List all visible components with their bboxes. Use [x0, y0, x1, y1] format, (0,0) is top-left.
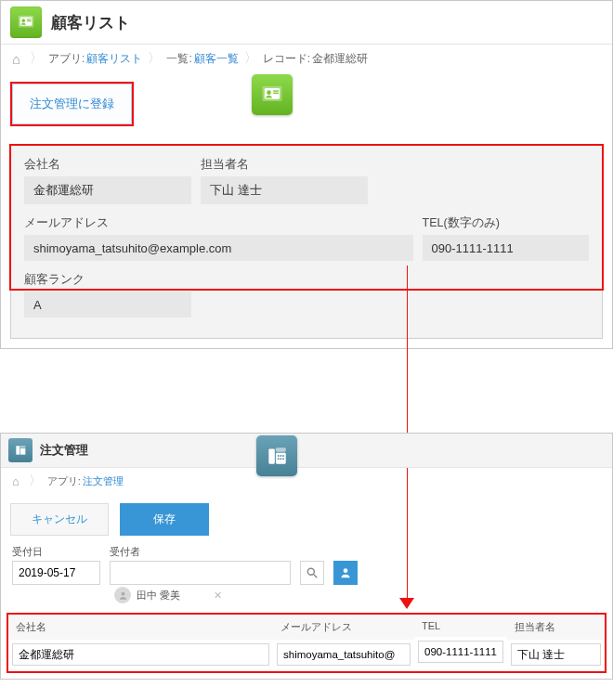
- bc-record-text: 金都運総研: [312, 51, 368, 67]
- rank-value: A: [24, 292, 191, 318]
- app-header: 注文管理: [1, 434, 612, 467]
- svg-point-22: [307, 568, 314, 575]
- contacts-icon: [10, 6, 42, 38]
- customer-list-app: 顧客リスト ⌂ 〉 アプリ: 顧客リスト 〉 一覧: 顧客一覧 〉 レコード: …: [0, 0, 613, 349]
- fax-icon: [8, 438, 33, 462]
- rank-label: 顧客ランク: [24, 272, 191, 288]
- chip-remove-icon[interactable]: ✕: [186, 590, 250, 602]
- chevron-right-icon: 〉: [27, 473, 44, 489]
- svg-point-24: [344, 568, 348, 573]
- user-chip: 田中 愛美 ✕: [12, 585, 601, 609]
- svg-point-19: [278, 458, 280, 460]
- svg-point-16: [278, 455, 280, 457]
- company-value: 金都運総研: [24, 176, 191, 204]
- bc-app-prefix: アプリ:: [47, 474, 81, 488]
- email-label: メールアドレス: [24, 215, 413, 231]
- contact-value: 下山 達士: [201, 176, 368, 204]
- chevron-right-icon: 〉: [242, 50, 259, 67]
- chevron-right-icon: 〉: [146, 50, 163, 67]
- col-tel-label: TEL: [414, 615, 507, 637]
- save-button[interactable]: 保存: [120, 503, 209, 536]
- home-icon[interactable]: ⌂: [8, 474, 23, 488]
- col-contact-input[interactable]: [511, 643, 601, 666]
- chip-name: 田中 愛美: [137, 589, 180, 603]
- record-detail: 会社名 金都運総研 担当者名 下山 達士 メールアドレス shimoyama_t…: [10, 145, 603, 339]
- search-icon[interactable]: [300, 561, 324, 585]
- svg-rect-8: [273, 90, 279, 91]
- col-company-input[interactable]: [12, 643, 269, 666]
- date-input[interactable]: [12, 561, 100, 585]
- button-bar: キャンセル 保存: [1, 494, 612, 545]
- contact-label: 担当者名: [201, 157, 368, 173]
- svg-rect-11: [20, 448, 25, 455]
- register-order-button[interactable]: 注文管理に登録: [12, 84, 132, 124]
- col-email-label: メールアドレス: [273, 615, 414, 640]
- cancel-button[interactable]: キャンセル: [10, 503, 109, 536]
- receiver-label: 受付者: [110, 545, 291, 559]
- svg-point-17: [280, 455, 281, 457]
- user-select-icon[interactable]: [333, 561, 358, 585]
- avatar-icon: [114, 587, 131, 603]
- order-app: 注文管理 ⌂ 〉 アプリ: 注文管理 キャンセル 保存 受付日 受付者: [0, 433, 613, 680]
- bc-app-prefix: アプリ:: [48, 51, 85, 67]
- form-row: 受付日 受付者 田中 愛美 ✕: [1, 545, 612, 613]
- arrow-diagram: [0, 349, 613, 433]
- app-header: 顧客リスト: [1, 1, 612, 44]
- col-email-input[interactable]: [277, 643, 411, 666]
- bc-app-link[interactable]: 注文管理: [83, 474, 124, 488]
- svg-point-7: [267, 90, 271, 95]
- bc-list-link[interactable]: 顧客一覧: [194, 51, 239, 67]
- svg-rect-15: [276, 447, 286, 451]
- fax-icon: [256, 435, 297, 476]
- breadcrumb: ⌂ 〉 アプリ: 顧客リスト 〉 一覧: 顧客一覧 〉 レコード: 金都運総研: [1, 44, 612, 72]
- register-highlight: 注文管理に登録: [10, 82, 134, 126]
- col-tel-input[interactable]: [418, 641, 503, 663]
- svg-rect-3: [27, 19, 32, 19]
- toolbar: 注文管理に登録: [1, 72, 612, 136]
- svg-point-2: [21, 19, 25, 22]
- email-value: shimoyama_tatsuhito@example.com: [24, 235, 413, 261]
- home-icon[interactable]: ⌂: [8, 51, 24, 67]
- company-label: 会社名: [24, 157, 191, 173]
- svg-line-23: [314, 575, 318, 578]
- receiver-input[interactable]: [110, 561, 291, 585]
- tel-label: TEL(数字のみ): [423, 215, 589, 231]
- chevron-right-icon: 〉: [28, 50, 45, 67]
- breadcrumb: ⌂ 〉 アプリ: 注文管理: [1, 467, 612, 494]
- app-title: 顧客リスト: [51, 12, 130, 33]
- col-contact-label: 担当者名: [507, 615, 605, 640]
- contacts-icon: [252, 74, 293, 115]
- svg-point-21: [282, 458, 284, 460]
- tel-value: 090-1111-1111: [423, 235, 589, 261]
- bc-list-prefix: 一覧:: [166, 51, 191, 67]
- col-company-label: 会社名: [8, 615, 273, 640]
- svg-point-18: [282, 455, 284, 457]
- svg-rect-10: [16, 446, 20, 454]
- mapped-fields-highlight: 会社名 メールアドレス TEL 担当者名: [7, 613, 606, 673]
- svg-rect-12: [20, 446, 25, 447]
- svg-rect-13: [268, 448, 275, 463]
- bc-app-link[interactable]: 顧客リスト: [86, 51, 142, 67]
- svg-rect-4: [27, 20, 32, 21]
- date-label: 受付日: [12, 545, 100, 559]
- svg-point-20: [280, 458, 281, 460]
- svg-point-25: [121, 591, 124, 595]
- svg-rect-9: [273, 93, 279, 94]
- app-title: 注文管理: [40, 442, 88, 459]
- bc-record-prefix: レコード:: [263, 51, 310, 67]
